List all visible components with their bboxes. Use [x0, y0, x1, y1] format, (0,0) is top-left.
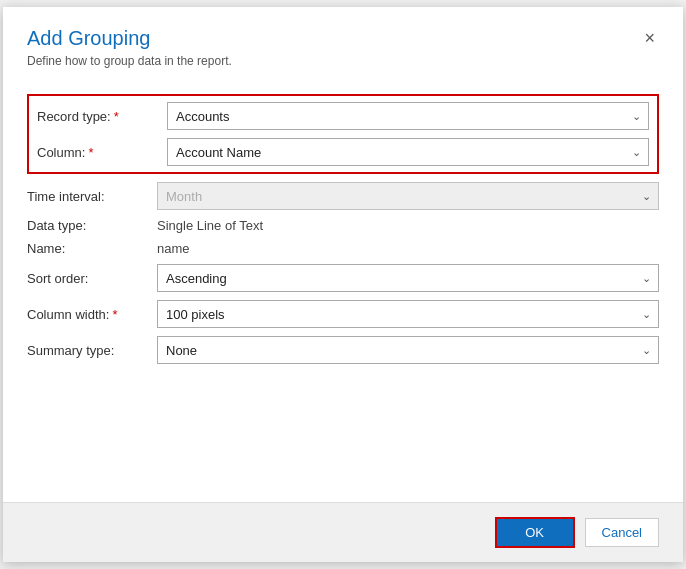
- column-required: *: [88, 145, 93, 160]
- data-type-label-text: Data type:: [27, 218, 86, 233]
- summary-type-control: None Sum Average Count Min Max ⌄: [157, 336, 659, 364]
- record-type-label-text: Record type:: [37, 109, 111, 124]
- time-interval-label: Time interval:: [27, 189, 157, 204]
- name-value-area: name: [157, 241, 659, 256]
- cancel-button[interactable]: Cancel: [585, 518, 659, 547]
- column-width-select[interactable]: 100 pixels 150 pixels 200 pixels 250 pix…: [157, 300, 659, 328]
- column-label: Column: *: [37, 145, 167, 160]
- data-type-row: Data type: Single Line of Text: [27, 218, 659, 233]
- column-width-control: 100 pixels 150 pixels 200 pixels 250 pix…: [157, 300, 659, 328]
- time-interval-select[interactable]: Month Year Quarter Day: [157, 182, 659, 210]
- summary-type-select-wrapper: None Sum Average Count Min Max ⌄: [157, 336, 659, 364]
- dialog-header: Add Grouping Define how to group data in…: [3, 7, 683, 76]
- data-type-value: Single Line of Text: [157, 213, 263, 238]
- name-label: Name:: [27, 241, 157, 256]
- column-width-required: *: [112, 307, 117, 322]
- time-interval-control: Month Year Quarter Day ⌄: [157, 182, 659, 210]
- dialog-footer: OK Cancel: [3, 502, 683, 562]
- column-width-label-text: Column width:: [27, 307, 109, 322]
- record-type-control: Accounts Contacts Opportunities ⌄: [167, 102, 649, 130]
- column-select-wrapper: Account Name Account Number Created On ⌄: [167, 138, 649, 166]
- time-interval-label-text: Time interval:: [27, 189, 105, 204]
- column-width-row: Column width: * 100 pixels 150 pixels 20…: [27, 300, 659, 328]
- sort-order-select[interactable]: Ascending Descending: [157, 264, 659, 292]
- data-type-value-area: Single Line of Text: [157, 218, 659, 233]
- name-row: Name: name: [27, 241, 659, 256]
- sort-order-row: Sort order: Ascending Descending ⌄: [27, 264, 659, 292]
- record-type-row: Record type: * Accounts Contacts Opportu…: [37, 102, 649, 130]
- name-value: name: [157, 236, 190, 261]
- dialog-subtitle: Define how to group data in the report.: [27, 54, 232, 68]
- summary-type-select[interactable]: None Sum Average Count Min Max: [157, 336, 659, 364]
- dialog-title-area: Add Grouping Define how to group data in…: [27, 27, 232, 68]
- column-row: Column: * Account Name Account Number Cr…: [37, 138, 649, 166]
- sort-order-select-wrapper: Ascending Descending ⌄: [157, 264, 659, 292]
- sort-order-label: Sort order:: [27, 271, 157, 286]
- close-button[interactable]: ×: [640, 29, 659, 47]
- record-type-label: Record type: *: [37, 109, 167, 124]
- sort-order-control: Ascending Descending ⌄: [157, 264, 659, 292]
- summary-type-label-text: Summary type:: [27, 343, 114, 358]
- column-control: Account Name Account Number Created On ⌄: [167, 138, 649, 166]
- time-interval-select-wrapper: Month Year Quarter Day ⌄: [157, 182, 659, 210]
- summary-type-label: Summary type:: [27, 343, 157, 358]
- dialog-title: Add Grouping: [27, 27, 232, 50]
- data-type-label: Data type:: [27, 218, 157, 233]
- summary-type-row: Summary type: None Sum Average Count Min…: [27, 336, 659, 364]
- record-type-select[interactable]: Accounts Contacts Opportunities: [167, 102, 649, 130]
- record-type-select-wrapper: Accounts Contacts Opportunities ⌄: [167, 102, 649, 130]
- ok-button[interactable]: OK: [495, 517, 575, 548]
- sort-order-label-text: Sort order:: [27, 271, 88, 286]
- time-interval-row: Time interval: Month Year Quarter Day ⌄: [27, 182, 659, 210]
- dialog-body: Record type: * Accounts Contacts Opportu…: [3, 76, 683, 502]
- column-label-text: Column:: [37, 145, 85, 160]
- column-width-select-wrapper: 100 pixels 150 pixels 200 pixels 250 pix…: [157, 300, 659, 328]
- add-grouping-dialog: Add Grouping Define how to group data in…: [3, 7, 683, 562]
- record-type-required: *: [114, 109, 119, 124]
- non-highlighted-rows: Time interval: Month Year Quarter Day ⌄: [27, 182, 659, 364]
- highlighted-section: Record type: * Accounts Contacts Opportu…: [27, 94, 659, 174]
- name-label-text: Name:: [27, 241, 65, 256]
- column-select[interactable]: Account Name Account Number Created On: [167, 138, 649, 166]
- column-width-label: Column width: *: [27, 307, 157, 322]
